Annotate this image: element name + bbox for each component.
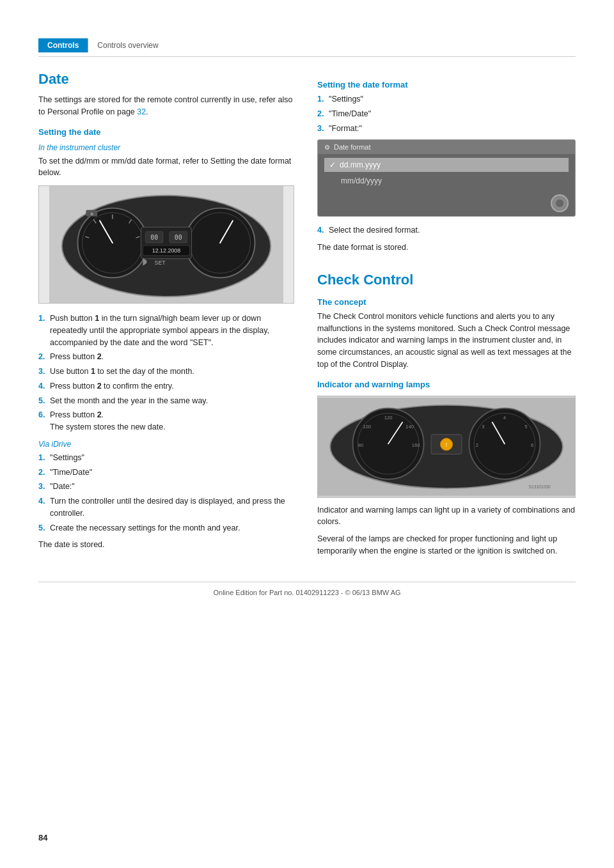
date-stored-text: The date is stored. bbox=[38, 539, 294, 551]
check-control-title: Check Control bbox=[317, 272, 576, 288]
svg-text:6: 6 bbox=[531, 442, 533, 448]
check-control-section: Check Control The concept The Check Cont… bbox=[317, 272, 576, 557]
svg-text:12.12.2008: 12.12.2008 bbox=[152, 247, 181, 254]
date-format-options: ✓ dd.mm.yyyy mm/dd/yyyy bbox=[318, 154, 575, 192]
date-format-title: ⚙ Date format bbox=[318, 140, 575, 154]
step-format-3: 3. "Format:" bbox=[317, 123, 576, 135]
step-idrive-2: 2. "Time/Date" bbox=[38, 467, 294, 479]
footer: Online Edition for Part no. 01402911223 … bbox=[38, 582, 576, 596]
step-format-4: 4. Select the desired format. bbox=[317, 224, 576, 236]
right-column: Setting the date format 1. "Settings" 2.… bbox=[317, 71, 576, 562]
indicator-text1: Indicator and warning lamps can light up… bbox=[317, 504, 576, 529]
step-cluster-1: 1. Push button 1 in the turn signal/high… bbox=[38, 313, 294, 348]
svg-text:80: 80 bbox=[358, 442, 364, 448]
step-idrive-3: 3. "Date:" bbox=[38, 481, 294, 493]
instrument-cluster-heading: In the instrument cluster bbox=[38, 143, 294, 152]
date-format-option-selected: ✓ dd.mm.yyyy bbox=[324, 158, 569, 172]
svg-text:00: 00 bbox=[175, 234, 182, 241]
svg-text:4: 4 bbox=[503, 414, 507, 420]
step-idrive-5: 5. Create the necessary settings for the… bbox=[38, 522, 294, 534]
page-wrapper: Controls Controls overview Date The sett… bbox=[0, 0, 614, 868]
step-format-2: 2. "Time/Date" bbox=[317, 108, 576, 120]
controller-icon-area bbox=[318, 192, 575, 216]
breadcrumb-controls: Controls bbox=[38, 38, 88, 52]
warning-lamp-image: 120 140 160 100 80 4 5 6 3 bbox=[317, 396, 576, 498]
date-format-stored-text: The date format is stored. bbox=[317, 242, 576, 254]
svg-text:2: 2 bbox=[476, 442, 478, 448]
via-idrive-heading: Via iDrive bbox=[38, 440, 294, 449]
setting-date-format-heading: Setting the date format bbox=[317, 80, 576, 89]
steps-idrive-list: 1. "Settings" 2. "Time/Date" 3. "Date:" … bbox=[38, 452, 294, 534]
content-cols: Date The settings are stored for the rem… bbox=[38, 71, 576, 562]
indicator-warning-heading: Indicator and warning lamps bbox=[317, 380, 576, 389]
controller-knob-icon bbox=[551, 194, 569, 212]
setting-date-heading: Setting the date bbox=[38, 127, 294, 137]
svg-text:3: 3 bbox=[482, 424, 484, 430]
intro-text: The settings are stored for the remote c… bbox=[38, 94, 294, 118]
svg-text:160: 160 bbox=[412, 442, 420, 448]
svg-text:100: 100 bbox=[363, 424, 371, 430]
svg-text:00: 00 bbox=[150, 234, 158, 241]
step-cluster-5: 5. Set the month and the year in the sam… bbox=[38, 395, 294, 407]
controller-knob-inner bbox=[556, 199, 563, 207]
svg-text:120: 120 bbox=[384, 414, 393, 420]
svg-text:5: 5 bbox=[524, 424, 527, 430]
step-idrive-1: 1. "Settings" bbox=[38, 452, 294, 464]
breadcrumb: Controls Controls overview bbox=[38, 38, 576, 57]
svg-text:SET: SET bbox=[154, 260, 166, 266]
instrument-cluster-image: 00 00 12.12.2008 SET ⚙ bbox=[38, 185, 294, 304]
svg-text:!: ! bbox=[446, 442, 447, 448]
date-format-ui: ⚙ Date format ✓ dd.mm.yyyy mm/dd/yyyy bbox=[317, 139, 576, 217]
svg-text:S13101030: S13101030 bbox=[528, 484, 550, 489]
date-format-option-2: mm/dd/yyyy bbox=[324, 174, 569, 188]
step-format-1: 1. "Settings" bbox=[317, 93, 576, 105]
step-cluster-6: 6. Press button 2.The system stores the … bbox=[38, 409, 294, 433]
date-section-title: Date bbox=[38, 71, 294, 88]
intro-text-span: The settings are stored for the remote c… bbox=[38, 95, 292, 116]
steps-format-list: 1. "Settings" 2. "Time/Date" 3. "Format:… bbox=[317, 93, 576, 134]
step-cluster-2: 2. Press button 2. bbox=[38, 351, 294, 363]
instrument-cluster-text: To set the dd/mm or mm/dd date format, r… bbox=[38, 155, 294, 180]
steps-format-step4: 4. Select the desired format. bbox=[317, 224, 576, 236]
page-link[interactable]: 32 bbox=[137, 107, 146, 116]
step-cluster-3: 3. Use button 1 to set the day of the mo… bbox=[38, 366, 294, 378]
left-column: Date The settings are stored for the rem… bbox=[38, 71, 294, 562]
footer-text: Online Edition for Part no. 01402911223 … bbox=[213, 589, 400, 596]
page-number: 84 bbox=[38, 833, 47, 842]
svg-text:⚙: ⚙ bbox=[90, 212, 93, 216]
breadcrumb-sub: Controls overview bbox=[88, 38, 167, 52]
step-cluster-4: 4. Press button 2 to confirm the entry. bbox=[38, 380, 294, 392]
the-concept-heading: The concept bbox=[317, 297, 576, 307]
concept-text: The Check Control monitors vehicle funct… bbox=[317, 311, 576, 371]
svg-text:140: 140 bbox=[405, 424, 414, 430]
indicator-text2: Several of the lamps are checked for pro… bbox=[317, 533, 576, 557]
steps-cluster-list: 1. Push button 1 in the turn signal/high… bbox=[38, 313, 294, 433]
step-idrive-4: 4. Turn the controller until the desired… bbox=[38, 495, 294, 520]
